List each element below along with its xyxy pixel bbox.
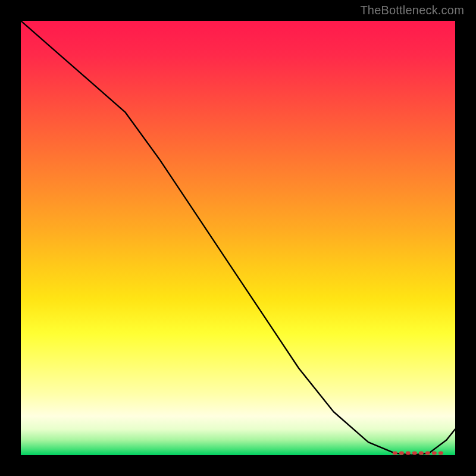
chart-plot-area: [21, 21, 455, 455]
chart-svg: [21, 21, 455, 455]
attribution-text: TheBottleneck.com: [360, 4, 464, 17]
chart-line: [21, 21, 455, 455]
